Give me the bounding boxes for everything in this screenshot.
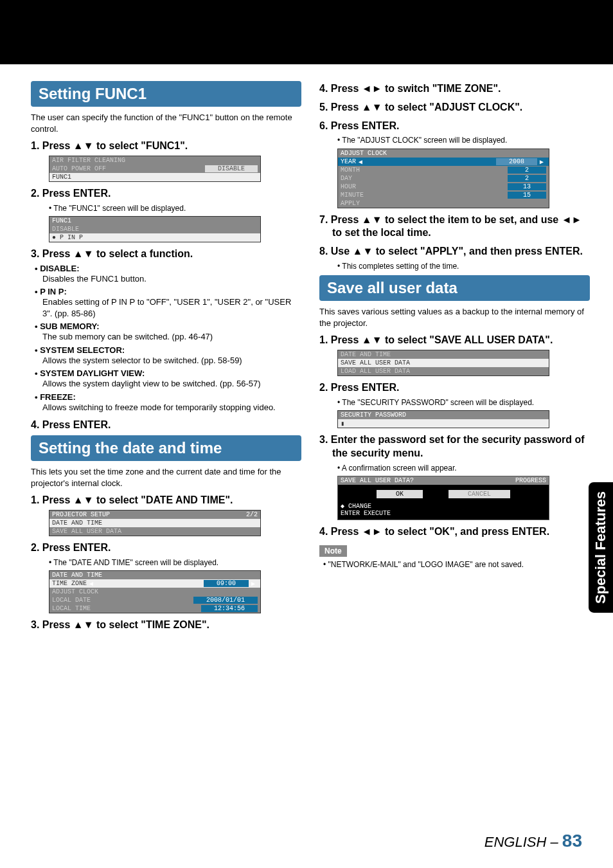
cont-step8-sub: • This completes setting of the time. bbox=[337, 261, 590, 271]
cont-step6: 6. Press ENTER. bbox=[319, 120, 590, 133]
menu-row-selected: FUNC1 bbox=[52, 174, 71, 181]
note-text: • "NETWORK/E-MAIL" and "LOGO IMAGE" are … bbox=[323, 559, 590, 570]
menu-value: 09:00 bbox=[204, 580, 249, 587]
b-disable: Disables the FUNC1 button. bbox=[42, 273, 301, 285]
menu-row: LOCAL TIME bbox=[52, 605, 91, 612]
cancel-button[interactable]: CANCEL bbox=[449, 490, 510, 498]
cont-step8: 8. Use ▲▼ to select "APPLY", and then pr… bbox=[319, 245, 590, 258]
section-save-title: Save all user data bbox=[319, 275, 590, 301]
date-lead: This lets you set the time zone and the … bbox=[31, 466, 301, 489]
b-frz: Allows switching to freeze mode for temp… bbox=[42, 402, 301, 413]
menu-header: FUNC1 bbox=[52, 217, 71, 224]
b-day: Allows the system daylight view to be sw… bbox=[42, 378, 301, 390]
arrow-left-icon: ◄ bbox=[357, 158, 364, 165]
menu-row: MONTH bbox=[341, 167, 360, 174]
security-pw-menu: SECURITY PASSWORD ▮ bbox=[337, 410, 549, 428]
menu-row: HOUR bbox=[341, 183, 356, 190]
dialog-progress: PROGRESS bbox=[515, 477, 546, 484]
arrow-right-icon: ► bbox=[250, 580, 256, 587]
menu-row-selected: DATE AND TIME bbox=[52, 520, 102, 527]
menu-row: DISABLE bbox=[52, 226, 79, 233]
right-column: 4. Press ◄► to switch "TIME ZONE". 5. Pr… bbox=[319, 77, 590, 635]
menu-value: 12:34:56 bbox=[201, 605, 258, 612]
section-func1-title: Setting FUNC1 bbox=[31, 81, 301, 107]
b-disable-h: • DISABLE: bbox=[35, 264, 301, 273]
menu-header: PROJECTOR SETUP bbox=[52, 511, 110, 518]
menu-row: AUTO POWER OFF bbox=[52, 165, 106, 172]
menu-row: APPLY bbox=[341, 200, 360, 207]
b-pinp: Enables setting of P IN P to "OFF", "USE… bbox=[42, 296, 301, 319]
adjust-clock-menu: ADJUST CLOCK YEAR◄2008► MONTH2 DAY2 HOUR… bbox=[337, 149, 549, 208]
section-date-title: Setting the date and time bbox=[31, 435, 301, 461]
page-footer: ENGLISH – 83 bbox=[484, 831, 582, 851]
date-menu1: PROJECTOR SETUP2/2 DATE AND TIME SAVE AL… bbox=[49, 510, 261, 536]
func1-menu2: FUNC1 DISABLE ● P IN P bbox=[49, 216, 261, 242]
func1-step1: 1. Press ▲▼ to select "FUNC1". bbox=[31, 140, 301, 153]
arrow-right-icon: ► bbox=[538, 158, 545, 165]
menu-row: DATE AND TIME bbox=[341, 351, 391, 358]
menu-header: ADJUST CLOCK bbox=[341, 150, 387, 157]
b-sys-h: • SYSTEM SELECTOR: bbox=[35, 345, 301, 355]
save-step2: 2. Press ENTER. bbox=[319, 381, 590, 395]
func1-menu1: AIR FILTER CLEANING AUTO POWER OFFDISABL… bbox=[49, 156, 261, 182]
page-number: 83 bbox=[562, 831, 582, 851]
menu-value: 2008 bbox=[496, 158, 537, 165]
cont-step4: 4. Press ◄► to switch "TIME ZONE". bbox=[319, 82, 590, 96]
b-sub: The sub memory can be switched. (pp. 46-… bbox=[42, 331, 301, 343]
dialog-hint-execute: ENTER EXECUTE bbox=[341, 510, 546, 517]
date-step2: 2. Press ENTER. bbox=[31, 541, 301, 555]
save-step3-sub: • A confirmation screen will appear. bbox=[337, 463, 590, 473]
menu-row: MINUTE bbox=[341, 192, 364, 199]
menu-row-selected: TIME ZONE bbox=[52, 580, 87, 587]
arrow-left-icon: ◄ bbox=[88, 580, 94, 587]
menu-row-selected: ● P IN P bbox=[52, 234, 83, 241]
save-step3: 3. Enter the password set for the securi… bbox=[319, 433, 590, 460]
side-tab-special-features: Special Features bbox=[589, 482, 613, 613]
b-sys: Allows the system selector to be switche… bbox=[42, 355, 301, 366]
func1-step2: 2. Press ENTER. bbox=[31, 187, 301, 201]
save-step1: 1. Press ▲▼ to select "SAVE ALL USER DAT… bbox=[319, 334, 590, 347]
menu-value: 13 bbox=[508, 183, 546, 190]
menu-row: SAVE ALL USER DATA bbox=[52, 528, 121, 535]
menu-row-selected: SAVE ALL USER DATA bbox=[341, 359, 410, 366]
func1-step2-sub: • The "FUNC1" screen will be displayed. bbox=[49, 203, 301, 213]
menu-header: SECURITY PASSWORD bbox=[341, 411, 406, 419]
top-header-bar bbox=[0, 0, 613, 64]
func1-lead: The user can specify the function of the… bbox=[31, 112, 301, 134]
menu-value: 15 bbox=[508, 192, 546, 199]
func1-step4: 4. Press ENTER. bbox=[31, 419, 301, 432]
menu-row-selected: YEAR bbox=[341, 158, 356, 165]
cursor-icon: ▮ bbox=[341, 420, 344, 428]
ok-button[interactable]: OK bbox=[377, 490, 423, 498]
dialog-title: SAVE ALL USER DATA? bbox=[341, 477, 414, 484]
menu-value: DISABLE bbox=[205, 165, 258, 172]
date-menu2: DATE AND TIME TIME ZONE◄09:00► ADJUST CL… bbox=[49, 570, 261, 613]
save-menu1: DATE AND TIME SAVE ALL USER DATA LOAD AL… bbox=[337, 350, 549, 376]
menu-row: AIR FILTER CLEANING bbox=[52, 157, 125, 164]
menu-row: DAY bbox=[341, 175, 352, 182]
footer-language: ENGLISH – bbox=[484, 834, 562, 850]
menu-row: LOAD ALL USER DATA bbox=[341, 368, 410, 375]
menu-value: 2 bbox=[508, 167, 546, 174]
save-confirm-dialog: SAVE ALL USER DATA?PROGRESS OK CANCEL ◆ … bbox=[337, 476, 549, 520]
save-lead: This saves various setting values as a b… bbox=[319, 306, 590, 329]
date-step2-sub: • The "DATE AND TIME" screen will be dis… bbox=[49, 557, 301, 568]
func1-step3: 3. Press ▲▼ to select a function. bbox=[31, 248, 301, 261]
b-sub-h: • SUB MEMORY: bbox=[35, 321, 301, 331]
menu-value: 2 bbox=[508, 175, 546, 182]
b-day-h: • SYSTEM DAYLIGHT VIEW: bbox=[35, 368, 301, 378]
b-frz-h: • FREEZE: bbox=[35, 392, 301, 402]
cont-step5: 5. Press ▲▼ to select "ADJUST CLOCK". bbox=[319, 101, 590, 114]
save-step4: 4. Press ◄► to select "OK", and press EN… bbox=[319, 525, 590, 539]
menu-header: DATE AND TIME bbox=[52, 572, 102, 579]
b-pinp-h: • P IN P: bbox=[35, 287, 301, 296]
menu-row: LOCAL DATE bbox=[52, 597, 91, 604]
menu-row: ADJUST CLOCK bbox=[52, 588, 98, 595]
note-label: Note bbox=[319, 545, 347, 557]
menu-page: 2/2 bbox=[246, 511, 258, 518]
save-step2-sub: • The "SECURITY PASSWORD" screen will be… bbox=[337, 397, 590, 408]
cont-step6-sub: • The "ADJUST CLOCK" screen will be disp… bbox=[337, 135, 590, 145]
dialog-hint-change: ◆ CHANGE bbox=[341, 502, 546, 510]
cont-step7: 7. Press ▲▼ to select the item to be set… bbox=[319, 213, 590, 240]
menu-value: 2008/01/01 bbox=[193, 597, 258, 604]
